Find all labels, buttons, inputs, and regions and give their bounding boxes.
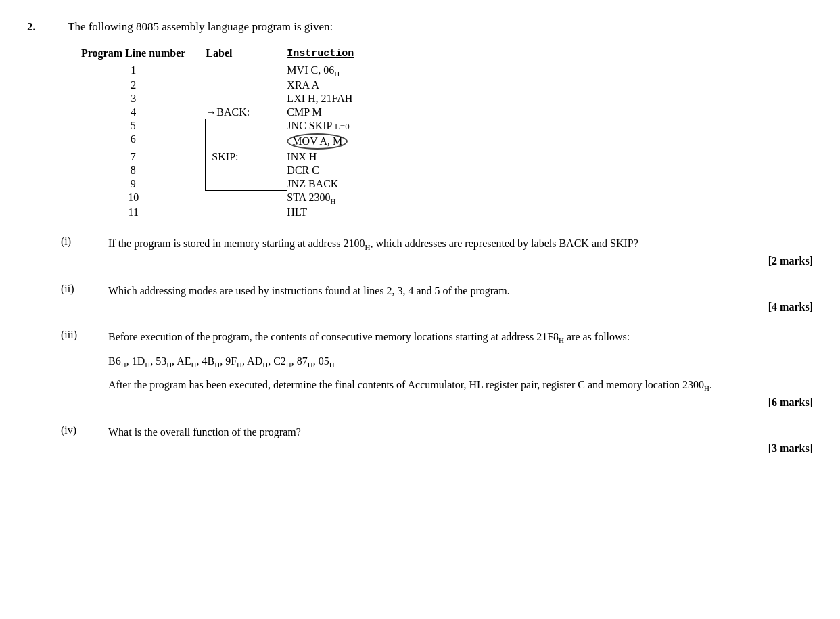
sub-text-iii-part2: After the program has been executed, det… <box>108 379 712 390</box>
instruction-cell: MOV A, M <box>287 133 463 150</box>
table-row: 11HLT <box>81 206 463 219</box>
col-header-label: Label <box>206 46 287 64</box>
sub-content-ii: Which addressing modes are used by instr… <box>108 283 813 315</box>
question-intro: The following 8085 assembly language pro… <box>68 20 333 34</box>
line-number-cell: 2 <box>81 78 206 92</box>
label-cell <box>206 78 287 92</box>
program-table-container: Program Line number Label Instruction 1M… <box>81 46 813 219</box>
hex-list: B6H, 1DH, 53H, AEH, 4BH, 9FH, ADH, C2H, … <box>108 353 813 371</box>
sub-content-iv: What is the overall function of the prog… <box>108 424 813 457</box>
sub-label-ii: (ii) <box>61 283 95 315</box>
line-number-cell: 1 <box>81 64 206 78</box>
line-number-cell: 4 <box>81 106 206 119</box>
label-cell <box>206 191 287 206</box>
label-cell <box>206 92 287 106</box>
line-number-cell: 11 <box>81 206 206 219</box>
line-number-cell: 8 <box>81 164 206 177</box>
instruction-cell: HLT <box>287 206 463 219</box>
table-row: 3LXI H, 21FAH <box>81 92 463 106</box>
instruction-cell: XRA A <box>287 78 463 92</box>
col-header-instruction: Instruction <box>287 46 463 64</box>
table-row: 6MOV A, M <box>81 133 463 150</box>
sub-label-i: (i) <box>61 235 95 269</box>
question-container: 2. The following 8085 assembly language … <box>27 20 813 457</box>
label-cell <box>206 206 287 219</box>
col-header-line: Program Line number <box>81 46 206 64</box>
sub-question-ii: (ii) Which addressing modes are used by … <box>61 283 813 315</box>
marks-iv: [3 marks] <box>108 440 813 457</box>
label-cell <box>206 164 287 177</box>
line-number-cell: 10 <box>81 191 206 206</box>
question-number: 2. <box>27 20 47 34</box>
instruction-cell: DCR C <box>287 164 463 177</box>
label-cell <box>206 119 287 133</box>
line-number-cell: 7 <box>81 150 206 164</box>
instruction-cell: CMP M <box>287 106 463 119</box>
line-number-cell: 6 <box>81 133 206 150</box>
table-row: 4→BACK:CMP M <box>81 106 463 119</box>
label-cell <box>206 64 287 78</box>
question-header: 2. The following 8085 assembly language … <box>27 20 813 34</box>
sub-text-ii: Which addressing modes are used by instr… <box>108 285 510 296</box>
sub-questions: (i) If the program is stored in memory s… <box>61 235 813 457</box>
instruction-cell: LXI H, 21FAH <box>287 92 463 106</box>
sub-content-iii: Before execution of the program, the con… <box>108 329 813 411</box>
instruction-cell: MVI C, 06H <box>287 64 463 78</box>
sub-question-iii: (iii) Before execution of the program, t… <box>61 329 813 411</box>
sub-text-iii-part1: Before execution of the program, the con… <box>108 331 630 342</box>
instruction-cell: INX H <box>287 150 463 164</box>
back-label: →BACK: <box>206 106 250 118</box>
line-number-cell: 3 <box>81 92 206 106</box>
instruction-cell: JNC SKIP L=0 <box>287 119 463 133</box>
hand-annotation-5: L=0 <box>335 121 350 131</box>
label-cell: SKIP: <box>206 150 287 164</box>
sub-question-iv: (iv) What is the overall function of the… <box>61 424 813 457</box>
instruction-cell: STA 2300H <box>287 191 463 206</box>
table-row: 2XRA A <box>81 78 463 92</box>
sub-label-iii: (iii) <box>61 329 95 411</box>
sub-text-i: If the program is stored in memory start… <box>108 237 638 249</box>
table-row: 5JNC SKIP L=0 <box>81 119 463 133</box>
program-table: Program Line number Label Instruction 1M… <box>81 46 463 219</box>
sub-text-iv: What is the overall function of the prog… <box>108 426 301 438</box>
table-row: 1MVI C, 06H <box>81 64 463 78</box>
instruction-cell: JNZ BACK <box>287 177 463 191</box>
sub-question-i: (i) If the program is stored in memory s… <box>61 235 813 269</box>
line-number-cell: 9 <box>81 177 206 191</box>
label-cell: →BACK: <box>206 106 287 119</box>
skip-label: SKIP: <box>212 151 238 162</box>
oval-annotation: MOV A, M <box>287 133 348 150</box>
label-cell <box>206 177 287 191</box>
sub-label-iv: (iv) <box>61 424 95 457</box>
label-cell <box>206 133 287 150</box>
marks-i: [2 marks] <box>108 253 813 269</box>
sub-content-i: If the program is stored in memory start… <box>108 235 813 269</box>
table-row: 8DCR C <box>81 164 463 177</box>
table-row: 9JNZ BACK <box>81 177 463 191</box>
table-row: 10STA 2300H <box>81 191 463 206</box>
line-number-cell: 5 <box>81 119 206 133</box>
marks-ii: [4 marks] <box>108 299 813 315</box>
table-row: 7SKIP:INX H <box>81 150 463 164</box>
marks-iii: [6 marks] <box>108 394 813 411</box>
